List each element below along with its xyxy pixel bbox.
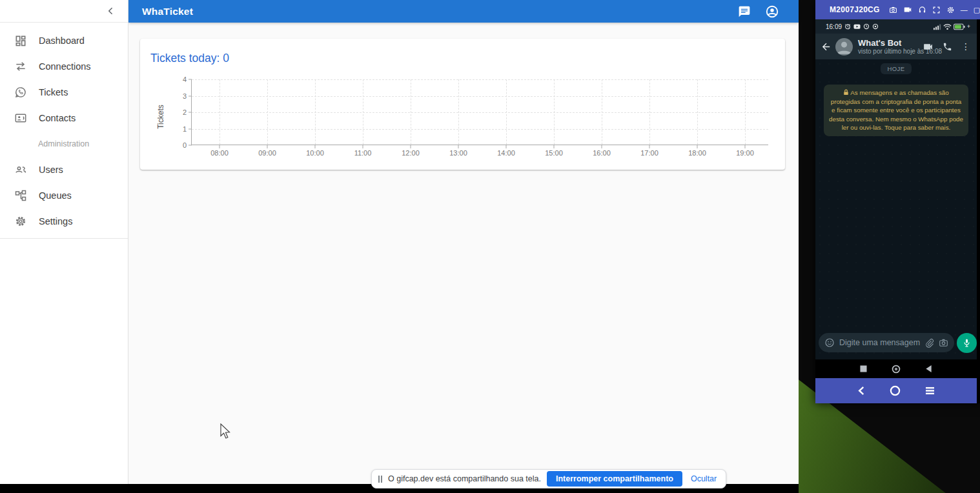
sidebar-item-label: Connections: [39, 61, 91, 72]
account-button[interactable]: [765, 5, 779, 19]
maximize-button[interactable]: ▢: [974, 6, 980, 14]
gridline-vertical: [411, 79, 411, 145]
fullscreen-icon: [932, 6, 941, 14]
square-icon: [860, 365, 867, 372]
videocam-icon: [903, 5, 912, 14]
gridline-vertical: [745, 79, 746, 145]
contact-avatar[interactable]: [835, 38, 853, 55]
video-call-button[interactable]: [923, 41, 934, 52]
x-axis-tick-mark: [745, 145, 746, 148]
x-axis-tick-label: 12:00: [402, 149, 420, 157]
message-input[interactable]: Digite uma mensagem: [819, 333, 954, 352]
sidebar-header: [0, 0, 128, 23]
gridline-vertical: [267, 79, 268, 145]
headset-icon: [918, 6, 926, 14]
recents-button[interactable]: [860, 365, 867, 372]
paperclip-icon: [924, 338, 934, 348]
x-axis-tick-mark: [315, 145, 316, 148]
x-axis-tick-mark: [602, 145, 602, 148]
gridline-vertical: [458, 79, 459, 145]
screen-share-toast: O gifcap.dev está compartilhando sua tel…: [371, 469, 726, 488]
stop-sharing-button[interactable]: Interromper compartilhamento: [547, 471, 682, 487]
sidebar-item-connections[interactable]: Connections: [0, 54, 128, 79]
x-axis-tick-label: 13:00: [449, 149, 467, 157]
message-input-row: Digite uma mensagem: [815, 331, 977, 359]
preferences-button[interactable]: [946, 6, 955, 14]
mirror-back-button[interactable]: [857, 386, 865, 396]
sidebar-item-tickets[interactable]: Tickets: [0, 79, 128, 105]
y-axis-tick-mark: [189, 79, 192, 80]
contact-name: What's Bot: [858, 38, 923, 48]
fullscreen-button[interactable]: [932, 6, 941, 14]
sidebar-item-label: Dashboard: [39, 35, 85, 46]
sidebar-item-label: Tickets: [39, 87, 68, 97]
x-axis-tick-label: 11:00: [354, 149, 372, 157]
x-axis-tick-mark: [458, 145, 459, 148]
phone-screen: 16:09 +: [815, 19, 977, 403]
gridline-horizontal: [192, 96, 768, 97]
chat-bubble-icon: [738, 5, 751, 18]
x-axis-tick-label: 19:00: [736, 149, 754, 157]
camera-button[interactable]: [939, 338, 948, 348]
attach-button[interactable]: [924, 338, 934, 348]
menu-button[interactable]: ⋮: [961, 41, 970, 52]
phone-window-title: M2007J20CG: [830, 5, 880, 14]
y-axis-tick-label: 0: [175, 141, 187, 149]
y-axis-tick-label: 2: [175, 108, 187, 116]
emoji-button[interactable]: [824, 337, 835, 348]
microphone-icon: [962, 338, 972, 348]
x-axis-tick-mark: [506, 145, 507, 148]
mic-button[interactable]: [957, 333, 977, 353]
phone-window-titlebar[interactable]: M2007J20CG — ▢ ✕: [815, 0, 980, 19]
whatsapp-chat-header: What's Bot visto por último hoje às 16:0…: [815, 34, 977, 59]
record-button[interactable]: [903, 5, 912, 14]
chevron-left-icon: [106, 6, 116, 16]
app-bar: WhaTicket: [128, 0, 799, 23]
sharing-indicator-icon: [378, 476, 382, 483]
hide-toast-button[interactable]: Ocultar: [691, 474, 717, 483]
y-axis-tick-label: 4: [175, 75, 187, 83]
minimize-button[interactable]: —: [961, 6, 968, 14]
x-axis-tick-label: 16:00: [593, 149, 611, 157]
back-button[interactable]: [821, 41, 832, 52]
voice-call-button[interactable]: [943, 42, 952, 52]
sidebar-item-dashboard[interactable]: Dashboard: [0, 28, 128, 54]
y-axis-tick-label: 3: [175, 92, 187, 100]
alarm-icon: [844, 23, 851, 30]
desktop-background: M2007J20CG — ▢ ✕ 16:09: [799, 0, 980, 493]
phone-mirror-window: M2007J20CG — ▢ ✕ 16:09: [815, 0, 980, 403]
home-button[interactable]: [892, 365, 901, 374]
circle-icon: [892, 365, 901, 374]
x-axis-tick-mark: [219, 145, 220, 148]
emoji-icon: [824, 337, 835, 348]
gridline-horizontal: [192, 112, 768, 113]
collapse-sidebar-button[interactable]: [106, 6, 116, 16]
mirror-menu-button[interactable]: [925, 387, 935, 395]
charging-indicator: +: [967, 23, 970, 30]
screenshot-button[interactable]: [889, 6, 897, 14]
mirror-home-button[interactable]: [890, 385, 901, 396]
x-axis-tick-mark: [697, 145, 698, 148]
contact-info[interactable]: What's Bot visto por último hoje às 16:0…: [858, 38, 923, 55]
messages-button[interactable]: [738, 5, 751, 19]
sidebar-item-label: Queues: [39, 190, 72, 201]
android-back-button[interactable]: [925, 365, 932, 373]
x-axis-tick-label: 18:00: [688, 149, 706, 157]
audio-button[interactable]: [918, 6, 926, 14]
sidebar-item-users[interactable]: Users: [0, 157, 128, 183]
main-content: Tickets today: 0 Tickets 0123408:0009:00…: [128, 23, 799, 484]
chat-area: HOJE As mensagens e as chamadas são prot…: [815, 59, 977, 359]
gridline-vertical: [219, 79, 220, 145]
back-arrow-icon: [821, 41, 832, 52]
sidebar-item-queues[interactable]: Queues: [0, 183, 128, 208]
vpn-icon: [872, 23, 879, 30]
gridline-vertical: [649, 79, 650, 145]
sidebar-item-contacts[interactable]: Contacts: [0, 105, 128, 131]
account-tree-icon: [13, 188, 28, 203]
wifi-icon: [943, 23, 952, 30]
encryption-notice[interactable]: As mensagens e as chamadas são protegida…: [824, 85, 968, 136]
tickets-chart-card: Tickets today: 0 Tickets 0123408:0009:00…: [140, 39, 785, 170]
videocam-icon: [923, 41, 934, 52]
x-axis-tick-label: 14:00: [497, 149, 515, 157]
sidebar-item-settings[interactable]: Settings: [0, 208, 128, 234]
